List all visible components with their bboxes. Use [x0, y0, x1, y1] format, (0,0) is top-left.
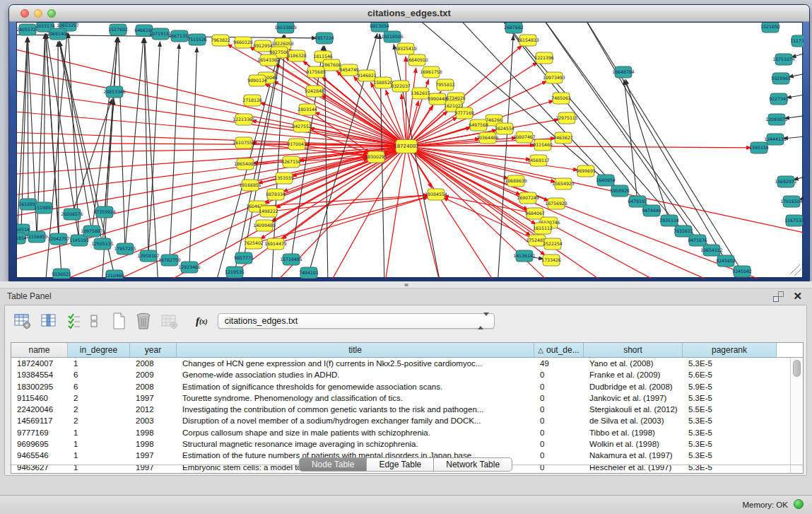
graph-node[interactable]: 12444131: [764, 134, 787, 145]
graph-node[interactable]: 10654112: [700, 245, 723, 256]
tab-network-table[interactable]: Network Table: [434, 457, 512, 472]
graph-node[interactable]: 9777169: [454, 107, 474, 119]
graph-node[interactable]: 12042757: [47, 233, 70, 245]
graph-node[interactable]: 1588520: [373, 77, 393, 88]
graph-node[interactable]: 10975887: [81, 226, 103, 237]
graph-node[interactable]: 18654085: [234, 158, 257, 170]
graph-node[interactable]: 1210469: [105, 270, 124, 279]
graph-node[interactable]: 9699695: [576, 165, 596, 177]
graph-node[interactable]: 7963822: [211, 35, 230, 46]
network-canvas[interactable]: 2405572420331741065325720691406152760264…: [16, 22, 803, 278]
resize-grip-icon[interactable]: [790, 264, 801, 276]
hub-node[interactable]: 18724007: [394, 140, 419, 153]
column-header-name[interactable]: name: [11, 343, 68, 357]
graph-node[interactable]: 1498222: [259, 206, 278, 217]
graph-node[interactable]: 7857224: [314, 33, 334, 44]
graph-node[interactable]: 2687682: [504, 23, 524, 33]
graph-node[interactable]: 9242848: [305, 86, 324, 97]
column-header-in_degree[interactable]: in_degree: [68, 343, 130, 357]
graph-node[interactable]: 16782759: [158, 255, 181, 266]
graph-node[interactable]: 18300295: [365, 151, 387, 163]
graph-node[interactable]: 12923466: [178, 262, 201, 273]
graph-node[interactable]: 16107554: [233, 137, 255, 148]
graph-node[interactable]: 11156859: [25, 231, 48, 243]
graph-node[interactable]: 13958107: [137, 250, 160, 262]
column-header-out_de[interactable]: △out_de...: [534, 343, 584, 357]
graph-node[interactable]: 9660128: [233, 37, 253, 48]
tab-node-table[interactable]: Node Table: [299, 457, 367, 472]
table-row[interactable]: 1938455462009Genome-wide association stu…: [11, 369, 803, 380]
graph-node[interactable]: 9890134: [247, 75, 267, 86]
graph-node[interactable]: 9474444: [642, 205, 661, 216]
graph-node[interactable]: 15654923: [552, 178, 575, 189]
table-row[interactable]: 1872400712008Changes of HCN gene express…: [11, 358, 803, 369]
graph-node[interactable]: 9227341: [769, 93, 789, 105]
graph-node[interactable]: 1353559: [274, 173, 294, 184]
graph-node[interactable]: 18325419: [394, 43, 417, 54]
graph-node[interactable]: 8267150: [281, 156, 301, 168]
graph-node[interactable]: 7485063: [551, 93, 571, 104]
graph-node[interactable]: 1527602: [108, 24, 128, 35]
graph-node[interactable]: 19384554: [425, 189, 447, 200]
graph-node[interactable]: 1595154: [749, 142, 769, 153]
graph-node[interactable]: 16648784: [612, 66, 635, 78]
graph-node[interactable]: 1221396: [534, 52, 554, 64]
horizontal-splitter[interactable]: [0, 281, 812, 288]
graph-node[interactable]: 9136021: [52, 269, 71, 279]
graph-node[interactable]: 10807467: [513, 132, 536, 143]
tab-edge-table[interactable]: Edge Table: [367, 457, 434, 472]
graph-node[interactable]: 16961758: [420, 66, 442, 78]
table-mode-icon[interactable]: [13, 313, 32, 329]
graph-node[interactable]: 9115460: [533, 139, 553, 151]
graph-node[interactable]: 9463627: [553, 132, 573, 144]
graph-node[interactable]: 9245652: [716, 255, 736, 267]
graph-node[interactable]: 10688639: [505, 175, 527, 187]
float-panel-icon[interactable]: [773, 291, 784, 302]
close-panel-icon[interactable]: ✕: [793, 290, 802, 303]
graph-node[interactable]: 16914479: [264, 238, 287, 250]
graph-node[interactable]: 18756928: [545, 198, 567, 209]
graph-node[interactable]: 15751074: [772, 54, 795, 65]
graph-node[interactable]: 20364486: [476, 132, 499, 144]
graph-node[interactable]: 20691406: [47, 28, 69, 40]
graph-node[interactable]: 1219535: [225, 267, 245, 278]
column-header-short[interactable]: short: [584, 343, 683, 357]
table-row[interactable]: 1830029562008Estimation of significance …: [11, 381, 803, 392]
graph-node[interactable]: 7955812: [435, 79, 455, 90]
graph-node[interactable]: 8813054: [370, 23, 389, 32]
table-row[interactable]: 1456911722003Disruption of a novel membe…: [11, 415, 803, 426]
graph-node[interactable]: 2522254: [543, 238, 563, 250]
graph-node[interactable]: 1733426: [541, 255, 561, 266]
graph-node[interactable]: 9857771: [234, 252, 254, 264]
graph-node[interactable]: 8427552: [292, 121, 312, 132]
graph-node[interactable]: 17957255: [114, 243, 136, 255]
graph-node[interactable]: 8322037: [391, 81, 411, 92]
graph-node[interactable]: 14569117: [527, 155, 550, 166]
graph-node[interactable]: 16543382: [257, 54, 280, 66]
graph-node[interactable]: 9245042: [732, 266, 752, 277]
graph-node[interactable]: 8186328: [287, 50, 307, 62]
graph-node[interactable]: 6497568: [469, 119, 488, 131]
graph-node[interactable]: 2718126: [242, 95, 262, 106]
graph-node[interactable]: 15718485: [280, 254, 302, 265]
graph-node[interactable]: 8454749: [339, 64, 359, 76]
graph-node[interactable]: 12093871: [765, 114, 788, 125]
graph-node[interactable]: 16033809: [274, 23, 297, 33]
graph-node[interactable]: 9175685: [306, 66, 326, 78]
column-header-title[interactable]: title: [177, 343, 534, 357]
delete-table-icon[interactable]: [160, 313, 179, 329]
row-height-icon[interactable]: [90, 313, 98, 329]
graph-node[interactable]: 1117319: [790, 35, 804, 47]
graph-node[interactable]: 1167533: [784, 215, 804, 226]
graph-node[interactable]: 7625402: [244, 238, 264, 249]
graph-node[interactable]: 1615112: [533, 223, 553, 234]
graph-node[interactable]: 20853346: [103, 86, 126, 98]
graph-node[interactable]: 5958928: [610, 185, 630, 197]
select-columns-icon[interactable]: [67, 313, 81, 329]
graph-node[interactable]: 1640954: [596, 175, 616, 186]
graph-node[interactable]: 7494101: [299, 267, 319, 279]
graph-node[interactable]: 12505135: [91, 238, 114, 250]
graph-node[interactable]: 12213365: [233, 114, 255, 125]
graph-node[interactable]: 8471676: [688, 235, 707, 246]
graph-node[interactable]: 16640910: [406, 54, 428, 66]
